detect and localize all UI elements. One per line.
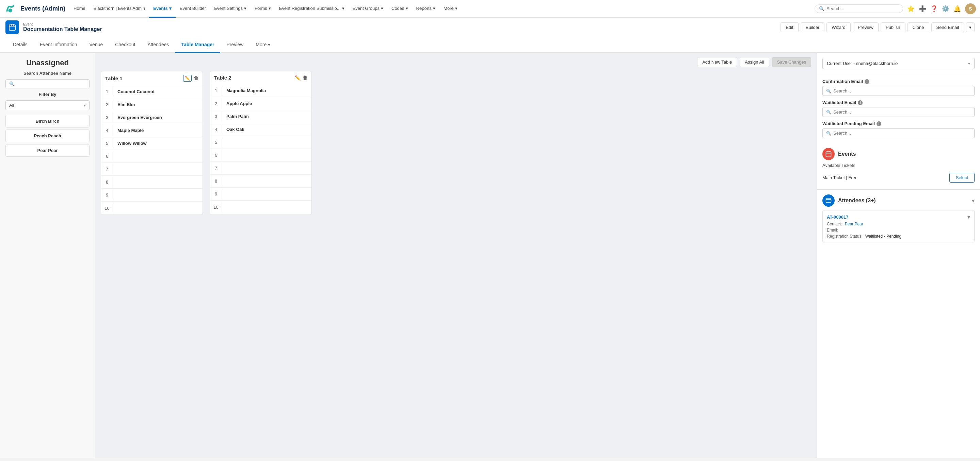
nav-more-arrow-icon: ▾ — [455, 6, 458, 11]
search-attendee-label: Search Attendee Name — [5, 71, 89, 76]
table-1-delete-icon[interactable]: 🗑 — [194, 76, 199, 81]
attendees-collapse-icon[interactable]: ▾ — [972, 198, 975, 204]
tab-details[interactable]: Details — [7, 37, 34, 53]
tab-more[interactable]: More ▾ — [250, 37, 277, 53]
confirmation-email-search[interactable]: 🔍 — [822, 86, 975, 96]
table-row: 4 Oak Oak — [210, 123, 312, 136]
table-2-title: Table 2 — [214, 75, 231, 81]
wait-search-icon: 🔍 — [826, 110, 831, 114]
contact-value[interactable]: Pear Pear — [845, 222, 863, 227]
waitlisted-pending-search[interactable]: 🔍 — [822, 128, 975, 138]
event-info: Event Documentation Table Manager — [23, 22, 102, 32]
unassigned-panel: Unassigned Search Attendee Name 🔍 Filter… — [0, 53, 95, 458]
email-fields-section: Confirmation Email i 🔍 Waitlisted Email … — [817, 74, 980, 143]
add-new-table-button[interactable]: Add New Table — [697, 57, 737, 67]
attendee-peach[interactable]: Peach Peach — [5, 130, 89, 142]
filter-dropdown[interactable]: All ▾ — [5, 100, 89, 110]
nav-event-groups[interactable]: Event Groups ▾ — [348, 0, 388, 18]
global-search[interactable]: 🔍 — [815, 5, 903, 13]
waitlisted-email-input[interactable] — [833, 109, 971, 114]
tab-more-arrow-icon: ▾ — [268, 42, 270, 47]
waitlisted-email-search[interactable]: 🔍 — [822, 107, 975, 117]
contact-label: Contact: — [827, 222, 842, 227]
publish-button[interactable]: Publish — [881, 22, 905, 32]
favorites-button[interactable]: ⭐ — [907, 5, 915, 13]
filter-by-label: Filter By — [5, 92, 89, 97]
tab-checkout[interactable]: Checkout — [109, 37, 141, 53]
search-icon: 🔍 — [819, 6, 824, 11]
add-button[interactable]: ➕ — [919, 5, 926, 13]
table-row: 2 Elm Elm — [101, 98, 202, 111]
attendees-section-title: Attendees (3+) — [838, 198, 876, 204]
svg-rect-8 — [826, 198, 831, 202]
attendee-search-box[interactable]: 🔍 — [5, 79, 89, 89]
preview-button[interactable]: Preview — [853, 22, 878, 32]
table-2-rows: 1 Magnolia Magnolia 2 Apple Apple 3 Palm… — [210, 84, 312, 214]
table-2-edit-icon[interactable]: ✏️ — [295, 75, 301, 81]
send-email-button[interactable]: Send Email — [931, 22, 964, 32]
confirmation-email-input[interactable] — [833, 89, 971, 93]
assign-all-button[interactable]: Assign All — [740, 57, 769, 67]
table-row: 6 — [210, 149, 312, 162]
tab-event-information[interactable]: Event Information — [34, 37, 83, 53]
more-actions-button[interactable]: ▾ — [966, 22, 975, 32]
nav-event-builder[interactable]: Event Builder — [176, 0, 210, 18]
nav-blackthorn[interactable]: Blackthorn | Events Admin — [89, 0, 150, 18]
nav-forms[interactable]: Forms ▾ — [251, 0, 275, 18]
svg-rect-4 — [13, 24, 14, 26]
nav-events[interactable]: Events ▾ — [149, 0, 176, 18]
tab-preview[interactable]: Preview — [220, 37, 250, 53]
tables-container: Table 1 ✏️ 🗑 1 Coconut Coconut 2 Elm Elm — [95, 71, 817, 220]
table-row: 9 — [101, 189, 202, 201]
select-ticket-button[interactable]: Select — [949, 173, 975, 182]
nav-event-settings[interactable]: Event Settings ▾ — [210, 0, 251, 18]
attendee-search-icon: 🔍 — [9, 81, 14, 86]
tables-panel: Add New Table Assign All Save Changes Ta… — [95, 53, 817, 458]
wizard-button[interactable]: Wizard — [826, 22, 850, 32]
tab-venue[interactable]: Venue — [83, 37, 109, 53]
tab-table-manager[interactable]: Table Manager — [175, 37, 220, 53]
table-2-delete-icon[interactable]: 🗑 — [302, 75, 307, 81]
conf-search-icon: 🔍 — [826, 89, 831, 93]
table-1-edit-icon[interactable]: ✏️ — [183, 75, 192, 82]
table-row: 7 — [101, 163, 202, 176]
edit-button[interactable]: Edit — [781, 22, 798, 32]
email-label: Email: — [827, 228, 838, 233]
settings-button[interactable]: ⚙️ — [942, 5, 949, 13]
notifications-button[interactable]: 🔔 — [953, 5, 961, 13]
table-row: 9 — [210, 188, 312, 201]
attendee-birch[interactable]: Birch Birch — [5, 115, 89, 127]
top-right-icons: ⭐ ➕ ❓ ⚙️ 🔔 S — [907, 3, 976, 14]
nav-reg-arrow-icon: ▾ — [342, 6, 344, 11]
attendee-search-input[interactable] — [17, 81, 86, 86]
app-name: Events (Admin) — [21, 5, 65, 12]
ticket-name: Main Ticket | Free — [822, 175, 858, 180]
nav-more[interactable]: More ▾ — [439, 0, 461, 18]
builder-button[interactable]: Builder — [800, 22, 824, 32]
table-row: 3 Palm Palm — [210, 110, 312, 123]
waitlisted-pending-label: Waitlisted Pending Email i — [822, 121, 975, 126]
table-row: 7 — [210, 162, 312, 175]
attendee-pear[interactable]: Pear Pear — [5, 144, 89, 157]
confirmation-email-label: Confirmation Email i — [822, 79, 975, 84]
status-label: Registration Status: — [827, 234, 862, 239]
help-button[interactable]: ❓ — [930, 5, 938, 13]
events-section-title: Events — [838, 151, 856, 157]
search-input[interactable] — [826, 6, 899, 11]
nav-event-reg[interactable]: Event Registration Submissio... ▾ — [275, 0, 348, 18]
waitlisted-pending-info-icon: i — [877, 121, 881, 126]
nav-home[interactable]: Home — [70, 0, 89, 18]
app-logo — [4, 3, 16, 15]
user-avatar[interactable]: S — [965, 3, 976, 14]
user-select-dropdown[interactable]: Current User - sneha@blackthorn.io ▾ — [822, 58, 975, 69]
nav-reports[interactable]: Reports ▾ — [412, 0, 440, 18]
user-select-value: Current User - sneha@blackthorn.io — [827, 61, 897, 66]
clone-button[interactable]: Clone — [907, 22, 929, 32]
tab-attendees[interactable]: Attendees — [141, 37, 175, 53]
save-changes-button[interactable]: Save Changes — [772, 57, 811, 67]
waitlisted-pending-input[interactable] — [833, 131, 971, 136]
svg-rect-2 — [9, 25, 15, 30]
nav-codes[interactable]: Codes ▾ — [387, 0, 412, 18]
attendee-record-arrow-icon[interactable]: ▾ — [967, 214, 970, 220]
attendee-id-link[interactable]: AT-000017 — [827, 214, 848, 220]
